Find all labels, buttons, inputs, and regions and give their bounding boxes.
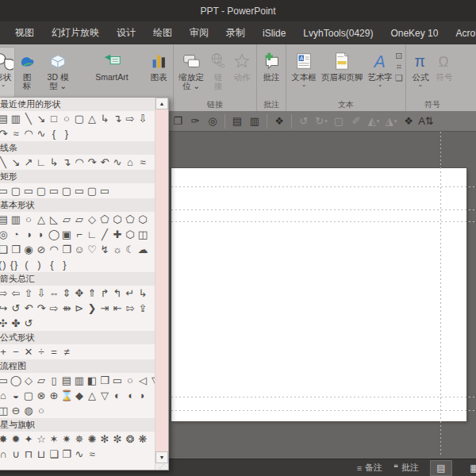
datetime-slide-object-stack[interactable]: ⊡⌗❏ bbox=[395, 47, 403, 98]
shape-item[interactable]: ↱ bbox=[98, 286, 111, 301]
shape-item[interactable]: ◐ bbox=[111, 388, 124, 403]
shape-item[interactable]: ⊖ bbox=[10, 403, 22, 418]
shape-item[interactable]: ✣ bbox=[0, 316, 10, 331]
edit-points-icon[interactable]: ✐ bbox=[348, 113, 364, 129]
shape-item[interactable]: ❐ bbox=[60, 242, 73, 257]
shape-item[interactable]: ▽ bbox=[149, 373, 155, 388]
shape-item[interactable]: ▢ bbox=[86, 183, 98, 198]
view-slide-sorter[interactable]: ▦ bbox=[463, 460, 476, 476]
shape-item[interactable]: △ bbox=[86, 111, 98, 126]
shape-picker-icon[interactable]: ❖ bbox=[271, 113, 287, 129]
shape-item[interactable]: ↪ bbox=[0, 301, 10, 316]
shape-item[interactable]: ↺ bbox=[22, 316, 35, 331]
shape-item[interactable]: ⊘ bbox=[35, 242, 48, 257]
shape-item[interactable]: ✷ bbox=[60, 432, 73, 447]
shape-item[interactable]: ▤ bbox=[0, 111, 10, 126]
shape-item[interactable]: ✸ bbox=[0, 432, 10, 447]
textbox-button[interactable]: A文本框⌄ bbox=[289, 47, 319, 98]
menu-tab-1[interactable]: 视图 bbox=[8, 22, 41, 44]
shape-item[interactable]: ▭ bbox=[73, 183, 86, 198]
shape-item[interactable]: ◒ bbox=[10, 388, 22, 403]
link-button[interactable]: 链 接 bbox=[206, 47, 230, 98]
datetime-slide-object-stack-item-2[interactable]: ⌗ bbox=[395, 62, 403, 71]
shape-item[interactable]: } bbox=[58, 257, 71, 272]
shape-item[interactable]: ✚ bbox=[111, 227, 124, 242]
distribute-objects-icon[interactable]: ◮▾ bbox=[383, 113, 399, 129]
shape-item[interactable]: ✵ bbox=[73, 432, 86, 447]
brush-icon[interactable]: ✑ bbox=[187, 113, 203, 129]
shape-item[interactable]: ⇰ bbox=[124, 301, 136, 316]
shape-item[interactable]: ↴ bbox=[111, 111, 124, 126]
shape-item[interactable]: ◗ bbox=[35, 227, 48, 242]
3d-sphere-icon[interactable]: ◎ bbox=[205, 113, 221, 129]
shape-item[interactable]: ↗ bbox=[22, 155, 35, 170]
shape-item[interactable]: ≠ bbox=[60, 344, 73, 359]
shape-item[interactable]: ╱ bbox=[98, 227, 111, 242]
shape-item[interactable]: ✹ bbox=[10, 432, 22, 447]
datetime-slide-object-stack-item-3[interactable]: ❏ bbox=[395, 73, 403, 83]
shape-item[interactable]: ◠ bbox=[48, 242, 60, 257]
shape-item[interactable]: ╲ bbox=[22, 111, 35, 126]
shape-item[interactable]: ◑ bbox=[22, 227, 35, 242]
shape-item[interactable]: − bbox=[10, 344, 22, 359]
shape-item[interactable]: ◇ bbox=[22, 373, 35, 388]
shape-item[interactable]: ▭ bbox=[0, 373, 10, 388]
shape-item[interactable]: △ bbox=[86, 388, 98, 403]
menu-tab-5[interactable]: 审阅 bbox=[182, 22, 216, 44]
shape-item[interactable]: + bbox=[0, 344, 10, 359]
shape-item[interactable]: ⊓ bbox=[22, 447, 35, 462]
scrollbar-track[interactable] bbox=[155, 109, 168, 451]
scroll-up-button[interactable]: ▲ bbox=[155, 98, 168, 109]
shape-item[interactable]: ☆ bbox=[35, 432, 48, 447]
shape-item[interactable]: ◗ bbox=[136, 388, 149, 403]
shape-item[interactable]: ❑ bbox=[0, 242, 10, 257]
shape-item[interactable]: ❯ bbox=[86, 301, 98, 316]
shape-item[interactable]: ↶ bbox=[22, 301, 35, 316]
shape-item[interactable]: ⇨ bbox=[48, 301, 60, 316]
shape-item[interactable]: ÷ bbox=[35, 344, 48, 359]
shape-item[interactable]: ⇩ bbox=[35, 286, 48, 301]
shape-item[interactable]: ⊳ bbox=[73, 301, 86, 316]
shape-item[interactable]: ◇ bbox=[86, 212, 98, 227]
shape-item[interactable]: ✻ bbox=[98, 432, 111, 447]
shape-item[interactable]: ⊔ bbox=[35, 447, 48, 462]
shape-item[interactable]: ⊗ bbox=[35, 388, 48, 403]
shape-item[interactable]: ⇨ bbox=[0, 286, 10, 301]
rotate-shape-icon[interactable]: ↻▾ bbox=[313, 113, 329, 129]
view-normal[interactable]: ▤ bbox=[430, 460, 452, 476]
shape-item[interactable]: ▭ bbox=[98, 183, 111, 198]
shape-item[interactable]: ✥ bbox=[73, 286, 86, 301]
shape-item[interactable]: ❒ bbox=[98, 373, 111, 388]
menu-tab-9[interactable]: OneKey 10 bbox=[383, 24, 445, 43]
shape-item[interactable]: ⌛ bbox=[60, 388, 73, 403]
shape-item[interactable]: ↳ bbox=[48, 155, 60, 170]
shape-item[interactable]: ◖ bbox=[124, 388, 136, 403]
shape-item[interactable]: ▤ bbox=[0, 212, 10, 227]
shape-item[interactable]: = bbox=[48, 344, 60, 359]
shape-item[interactable]: ▤ bbox=[60, 373, 73, 388]
shape-item[interactable]: ▢ bbox=[10, 183, 22, 198]
chart-button[interactable]: 图表 bbox=[147, 47, 171, 98]
shape-item[interactable]: {} bbox=[9, 257, 21, 272]
shape-item[interactable]: ⇕ bbox=[60, 286, 73, 301]
shape-item[interactable]: ↳ bbox=[136, 286, 149, 301]
shape-item[interactable]: ◠ bbox=[73, 155, 86, 170]
shape-item[interactable]: ⇨ bbox=[124, 111, 136, 126]
smartart-button[interactable]: SmartArt bbox=[77, 47, 147, 98]
shape-item[interactable]: ▭ bbox=[0, 183, 10, 198]
shape-item[interactable]: △ bbox=[35, 212, 48, 227]
wordart-button[interactable]: A艺术字⌄ bbox=[365, 47, 395, 98]
shape-item[interactable]: ⇧ bbox=[22, 286, 35, 301]
notes-toggle[interactable]: ≡备注 bbox=[357, 462, 382, 474]
shape-item[interactable]: ↳ bbox=[98, 111, 111, 126]
shape-item[interactable]: ⇔ bbox=[48, 286, 60, 301]
shape-item[interactable]: ∩ bbox=[0, 447, 10, 462]
shape-item[interactable]: ( bbox=[20, 257, 33, 272]
3d-models-button[interactable]: 3D 模 型 ⌄ bbox=[39, 47, 77, 98]
shape-item[interactable]: ∟ bbox=[35, 155, 48, 170]
shape-item[interactable]: ◔ bbox=[10, 227, 22, 242]
shape-item[interactable]: ≈ bbox=[136, 155, 149, 170]
shape-item[interactable]: ❐ bbox=[60, 447, 73, 462]
shape-item[interactable]: ◯ bbox=[48, 227, 60, 242]
shape-item[interactable]: ∟ bbox=[86, 227, 98, 242]
